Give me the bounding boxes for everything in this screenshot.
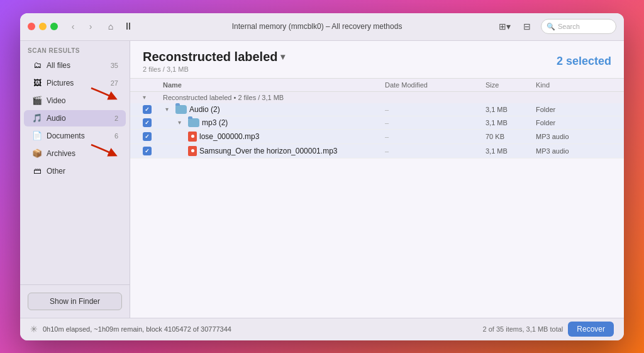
checkbox-mp3-1[interactable] xyxy=(143,132,152,141)
status-bar: ✳ 0h10m elapsed, ~1h09m remain, block 41… xyxy=(20,318,624,340)
content-area: Reconstructed labeled ▾ 2 files / 3,1 MB… xyxy=(130,41,624,318)
sidebar-item-documents[interactable]: 📄 Documents 6 xyxy=(24,128,126,144)
table-header: Name Date Modified Size Kind xyxy=(130,79,624,92)
toolbar-right: ⊞▾ ⊟ 🔍 Search xyxy=(496,19,616,34)
sidebar-item-archives[interactable]: 📦 Archives xyxy=(24,145,126,162)
table-row[interactable]: lose_000000.mp3 – 70 KB MP3 audio xyxy=(130,130,624,144)
group-label: Reconstructed labeled • 2 files / 3,1 MB xyxy=(163,94,611,101)
table-row[interactable]: ▾ Audio (2) – 3,1 MB Folder xyxy=(130,103,624,116)
file-table: Name Date Modified Size Kind ▾ Reconstru… xyxy=(130,79,624,318)
pictures-icon: 🖼 xyxy=(31,77,43,89)
folder-icon-2 xyxy=(188,118,199,127)
row-name-4: Samsung_Over the horizon_000001.mp3 xyxy=(163,146,385,156)
sidebar-item-all-files[interactable]: 🗂 All files 35 xyxy=(24,57,126,74)
back-button[interactable]: ‹ xyxy=(65,19,80,34)
view-toggle-button[interactable]: ⊞▾ xyxy=(496,19,513,34)
row-date-3: – xyxy=(385,133,486,140)
sidebar-item-label-video: Video xyxy=(47,96,114,105)
checkbox-mp3-2[interactable] xyxy=(143,147,152,155)
traffic-lights xyxy=(28,23,58,30)
sidebar-item-count-pictures: 27 xyxy=(111,79,118,87)
sidebar-item-count-audio: 2 xyxy=(114,115,118,122)
sidebar-item-label-other: Other xyxy=(47,167,114,176)
sidebar-item-count-all-files: 35 xyxy=(111,62,118,69)
filter-button[interactable]: ⊟ xyxy=(518,19,536,34)
table-row[interactable]: ▾ mp3 (2) – 3,1 MB Folder xyxy=(130,116,624,130)
selected-badge: 2 selected xyxy=(557,55,611,68)
close-button[interactable] xyxy=(28,23,35,30)
header-name[interactable]: Name xyxy=(163,81,385,89)
audio-icon: 🎵 xyxy=(31,113,43,124)
sidebar-bottom: Show in Finder xyxy=(20,284,130,318)
row-size-4: 3,1 MB xyxy=(486,147,536,155)
folder-icon-1 xyxy=(175,105,187,114)
file-name-text-1: Audio (2) xyxy=(189,105,220,114)
table-body: ▾ Reconstructed labeled • 2 files / 3,1 … xyxy=(130,92,624,159)
checkbox-mp3-folder[interactable] xyxy=(143,118,152,127)
folder-title: Reconstructed labeled ▾ xyxy=(143,50,285,64)
sidebar-item-label-archives: Archives xyxy=(47,149,114,158)
group-chevron: ▾ xyxy=(143,94,163,101)
sidebar-item-label-audio: Audio xyxy=(47,114,111,123)
row-kind-4: MP3 audio xyxy=(536,147,611,155)
row-date-1: – xyxy=(385,106,486,113)
nav-buttons: ‹ › xyxy=(65,19,98,34)
home-button[interactable]: ⌂ xyxy=(103,19,118,34)
mp3-icon-2 xyxy=(188,146,197,156)
row-kind-3: MP3 audio xyxy=(536,133,611,140)
folder-title-area: Reconstructed labeled ▾ 2 files / 3,1 MB xyxy=(143,50,285,73)
row-kind-2: Folder xyxy=(536,119,611,126)
sidebar-item-label-all-files: All files xyxy=(47,61,107,70)
pause-button[interactable]: ⏸ xyxy=(123,21,133,32)
table-row[interactable]: Samsung_Over the horizon_000001.mp3 – 3,… xyxy=(130,144,624,159)
all-files-icon: 🗂 xyxy=(31,60,43,71)
recover-button[interactable]: Recover xyxy=(568,322,614,337)
header-size[interactable]: Size xyxy=(486,81,536,89)
status-items-info: 2 of 35 items, 3,1 MB total xyxy=(483,325,564,333)
row-name-2: ▾ mp3 (2) xyxy=(163,118,385,127)
header-kind[interactable]: Kind xyxy=(536,81,611,89)
search-box[interactable]: 🔍 Search xyxy=(541,19,616,34)
documents-icon: 📄 xyxy=(31,130,43,142)
title-bar: ‹ › ⌂ ⏸ Internal memory (mmcblk0) – All … xyxy=(20,13,624,41)
sidebar: Scan results 🗂 All files 35 🖼 Pictures 2… xyxy=(20,41,130,318)
sidebar-item-label-pictures: Pictures xyxy=(47,79,107,87)
checkbox-audio-folder[interactable] xyxy=(143,105,152,114)
row-size-3: 70 KB xyxy=(486,133,536,140)
sidebar-item-pictures[interactable]: 🖼 Pictures 27 xyxy=(24,75,126,91)
row-name-3: lose_000000.mp3 xyxy=(163,132,385,142)
row-size-2: 3,1 MB xyxy=(486,119,536,126)
file-count: 2 files / 3,1 MB xyxy=(143,65,285,73)
maximize-button[interactable] xyxy=(50,23,58,30)
minimize-button[interactable] xyxy=(39,23,47,30)
show-in-finder-button[interactable]: Show in Finder xyxy=(28,293,122,310)
row-checkbox-2[interactable] xyxy=(143,118,163,127)
row-checkbox-1[interactable] xyxy=(143,105,163,114)
expand-icon-2[interactable]: ▾ xyxy=(178,119,186,126)
row-name-1: ▾ Audio (2) xyxy=(163,105,385,114)
video-icon: 🎬 xyxy=(31,95,43,106)
search-placeholder: Search xyxy=(558,23,580,30)
row-size-1: 3,1 MB xyxy=(486,106,536,113)
status-spinner-icon: ✳ xyxy=(30,324,38,334)
row-checkbox-4[interactable] xyxy=(143,147,163,155)
row-checkbox-3[interactable] xyxy=(143,132,163,141)
folder-title-chevron[interactable]: ▾ xyxy=(280,52,285,62)
other-icon: 🗃 xyxy=(31,165,43,177)
expand-icon[interactable]: ▾ xyxy=(165,106,173,113)
sidebar-item-video[interactable]: 🎬 Video xyxy=(24,92,126,109)
sidebar-item-other[interactable]: 🗃 Other xyxy=(24,163,126,179)
file-name-text-4: Samsung_Over the horizon_000001.mp3 xyxy=(199,147,337,155)
row-kind-1: Folder xyxy=(536,106,611,113)
group-row: ▾ Reconstructed labeled • 2 files / 3,1 … xyxy=(130,92,624,103)
header-date[interactable]: Date Modified xyxy=(385,81,486,89)
file-name-text-3: lose_000000.mp3 xyxy=(199,132,259,141)
forward-button[interactable]: › xyxy=(83,19,98,34)
row-date-2: – xyxy=(385,119,486,126)
folder-title-text: Reconstructed labeled xyxy=(143,50,278,64)
sidebar-item-count-documents: 6 xyxy=(114,132,118,140)
content-header: Reconstructed labeled ▾ 2 files / 3,1 MB… xyxy=(130,41,624,79)
sidebar-item-audio[interactable]: 🎵 Audio 2 xyxy=(24,110,126,126)
file-name-text-2: mp3 (2) xyxy=(202,118,228,127)
search-icon: 🔍 xyxy=(547,23,555,31)
